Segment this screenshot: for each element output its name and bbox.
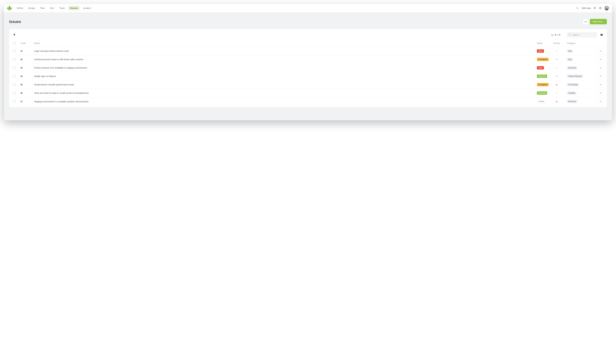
priority-icon [553,75,567,78]
category-tag: Bug [567,49,573,53]
row-checkbox[interactable] [13,83,15,86]
top-header: DefineDesignPlanRunTrackResolveAnalyze W… [4,4,612,12]
issue-code: I6 [21,92,34,94]
priority-icon [553,100,567,103]
col-status[interactable]: Status [537,42,553,44]
status-badge: Resolved [537,91,547,95]
pagination-count: 1 - 7 of 7 [551,34,560,36]
row-checkbox[interactable] [13,50,15,52]
table-row: I6Texts are hard to read on small screen… [9,89,607,97]
nav-item-design[interactable]: Design [26,6,37,11]
col-priority[interactable]: Priority [553,42,567,44]
expand-row-button[interactable] [598,99,603,104]
add-issue-button[interactable]: Add Issue... [590,19,607,24]
search-input[interactable] [567,32,597,38]
issue-code: I7 [21,100,34,103]
avatar[interactable] [604,6,609,10]
page-header: Issues ••• Add Issue... [9,19,607,24]
table-row: I4Single sign-on featureResolvedFeature … [9,72,607,80]
col-category[interactable]: Category [567,42,594,44]
issue-code: I3 [21,66,34,69]
issue-name[interactable]: Texts are hard to read on small screens … [34,92,537,94]
issue-name[interactable]: Firefox browser isn't available in stagi… [34,66,537,69]
row-checkbox[interactable] [13,100,15,103]
priority-icon [553,83,567,86]
issue-code: I1 [21,50,34,52]
expand-row-button[interactable] [598,82,603,87]
issue-code: I4 [21,75,34,78]
expand-row-button[interactable] [598,57,603,62]
page-title: Issues [9,19,21,24]
search-wrap [567,32,597,38]
svg-line-3 [570,35,571,35]
row-checkbox[interactable] [13,92,15,94]
issue-name[interactable]: Single sign-on feature [34,75,537,78]
select-all-checkbox[interactable] [13,42,15,45]
columns-icon[interactable] [600,33,603,36]
main-nav: DefineDesignPlanRunTrackResolveAnalyze [14,6,93,11]
category-tag: Bug [567,58,573,61]
priority-icon [553,92,567,94]
nav-item-track[interactable]: Track [57,6,67,11]
priority-icon [553,50,567,52]
table-row: I7Staging environment is unstable (rando… [9,97,607,107]
nav-item-run[interactable]: Run [48,6,56,11]
toolbar: 1 - 7 of 7 [9,29,607,39]
row-checkbox[interactable] [13,66,15,69]
page-body: Issues ••• Add Issue... 1 - 7 of 7 [4,12,612,120]
issue-name[interactable]: Login security lockout doesn't work [34,50,537,52]
status-badge: In progress [537,58,549,61]
filter-icon[interactable] [13,34,16,36]
svg-rect-5 [602,34,603,36]
issue-name[interactable]: Staging environment is unstable (random … [34,100,537,103]
issues-table: Code Name Status Priority Category I1Log… [9,39,607,107]
status-badge: Open [537,49,544,53]
table-row: I5Script doesn't include performance tes… [9,80,607,89]
gear-icon[interactable] [599,7,602,10]
issue-code: I5 [21,83,34,86]
more-actions-button[interactable]: ••• [583,19,588,24]
expand-row-button[interactable] [598,65,603,71]
table-header: Code Name Status Priority Category [9,39,607,47]
col-code[interactable]: Code [21,42,34,44]
project-selector[interactable]: Web App [582,7,591,9]
row-checkbox[interactable] [13,58,15,61]
status-badge: Resolved [537,75,547,78]
bell-icon[interactable] [593,7,596,10]
header-right: Web App [576,6,609,10]
expand-row-button[interactable] [598,48,603,54]
issue-name[interactable]: Script doesn't include performance tests [34,83,537,86]
search-icon[interactable] [576,7,579,10]
col-name[interactable]: Name [34,42,537,44]
table-row: I1Login security lockout doesn't workOpe… [9,47,607,55]
issue-name[interactable]: Cached account name is still shown after… [34,58,537,61]
category-tag: Resource [567,66,577,69]
table-row: I3Firefox browser isn't available in sta… [9,64,607,72]
status-badge: Closed [537,100,545,103]
category-tag: Resource [567,100,577,103]
row-checkbox[interactable] [13,75,15,78]
app-logo [7,6,12,10]
nav-item-resolve[interactable]: Resolve [68,6,80,11]
nav-item-define[interactable]: Define [14,6,25,11]
nav-item-plan[interactable]: Plan [38,6,47,11]
svg-rect-4 [601,34,602,36]
table-row: I2Cached account name is still shown aft… [9,55,607,64]
category-tag: Usability [567,91,576,95]
app-window: DefineDesignPlanRunTrackResolveAnalyze W… [4,4,612,120]
category-tag: Test Design [567,83,579,86]
nav-item-analyze[interactable]: Analyze [81,6,93,11]
svg-line-1 [578,9,579,9]
priority-icon [553,67,567,69]
status-badge: Open [537,66,544,69]
expand-row-button[interactable] [598,90,603,96]
issue-code: I2 [21,58,34,61]
category-tag: Feature Request [567,75,583,78]
issues-card: 1 - 7 of 7 [9,29,607,107]
search-icon [568,33,571,36]
priority-icon [553,58,567,61]
expand-row-button[interactable] [598,74,603,79]
status-badge: In progress [537,83,549,86]
